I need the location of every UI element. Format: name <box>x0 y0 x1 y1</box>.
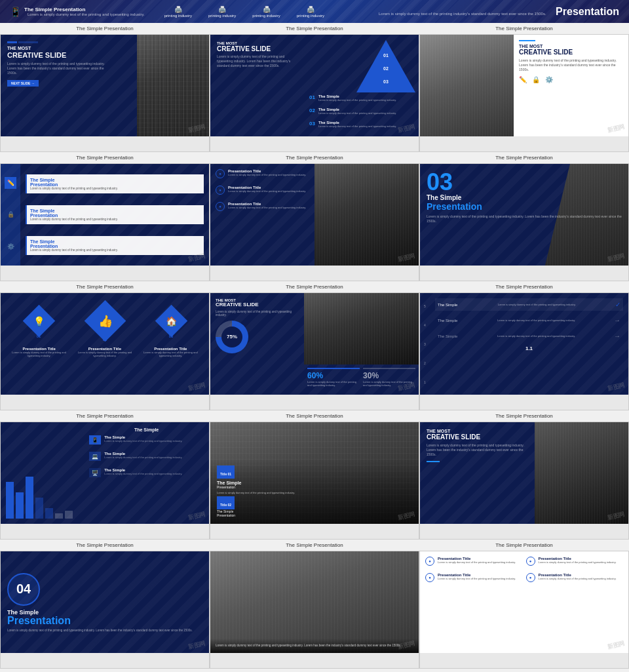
banner-icon-2: 🖨️ printing industry <box>208 6 236 18</box>
slide-4-label: The Simple Presentation <box>0 152 210 163</box>
donut-chart: 75% <box>216 321 248 353</box>
slide-7-wrapper: The Simple Presentation 💡 01 <box>0 281 210 410</box>
banner-icon-1: 🖨️ printing industry <box>164 6 192 18</box>
s15-item4: ● Presentation Title Lorem is simply dum… <box>526 573 624 582</box>
slide-8-label: The Simple Presentation <box>210 281 419 292</box>
slide-15-label: The Simple Presentation <box>419 540 629 551</box>
top-banner: 📱 The Simple Presentation Lorem is simpl… <box>0 0 629 23</box>
slide-2: THE MOST CREATIVE SLIDE Lorem is simply … <box>210 34 419 152</box>
slide-12-wrapper: The Simple Presentation THE MOST CREATIV… <box>419 410 629 540</box>
s5-item1: ● Presentation Title Lorem is simply dum… <box>216 169 309 178</box>
s4-title2: The Simple <box>30 208 200 213</box>
slide-14: Lorem is simply dummy text of the printi… <box>210 551 419 669</box>
s15-item1: ● Presentation Title Lorem is simply dum… <box>425 557 523 566</box>
slide3-the-most: THE MOST <box>519 44 623 49</box>
slide-10-label: The Simple Presentation <box>0 410 210 422</box>
slide-18-label: The Simple Presentation <box>419 669 629 672</box>
banner-icon-3: 🖨️ printing industry <box>252 6 280 18</box>
s15-item3: ● Presentation Title Lorem is simply dum… <box>425 573 523 582</box>
slide-11-label: The Simple Presentation <box>210 410 419 422</box>
s10-item2: 💻 The Simple Lorem is simply dummy text … <box>89 452 204 461</box>
slide-11-wrapper: The Simple Presentation Title 01 The Sim… <box>210 410 419 540</box>
slide-3-wrapper: The Simple Presentation THE MOST CREATIV… <box>419 23 629 152</box>
slide-7-label: The Simple Presentation <box>0 281 210 292</box>
slide1-building <box>137 35 209 136</box>
slide-14-wrapper: The Simple Presentation Lorem is simply … <box>210 540 419 669</box>
slide-13-wrapper: The Simple Presentation 04 The Simple Pr… <box>0 540 210 669</box>
slide-5-wrapper: The Simple Presentation ● Presentation T… <box>210 152 419 281</box>
slide2-lorem: Lorem is simply dummy text of the printi… <box>217 54 296 68</box>
slide-14-label: The Simple Presentation <box>210 540 419 551</box>
slide-16-wrapper: The Simple Presentation THE MOST CREATIV… <box>0 669 210 672</box>
slide-6: 03 The Simple Presentation Lorem is simp… <box>419 163 629 281</box>
slide-16-label: The Simple Presentation <box>0 669 210 672</box>
slide3-lorem: Lorem is simply dummy text of the printi… <box>519 58 623 72</box>
slide-1-label: The Simple Presentation <box>0 23 210 34</box>
slide-12-label: The Simple Presentation <box>419 410 629 422</box>
row-1: The Simple Presentation THE MOST CREATIV… <box>0 23 629 152</box>
slide6-the-simple: The Simple <box>427 194 622 201</box>
row-5: The Simple Presentation 04 The Simple Pr… <box>0 540 629 669</box>
step-item-1: 01 The Simple Lorem is simply dummy text… <box>309 94 415 102</box>
slide-9: 5 4 3 2 1 The Simple Lorem is simply dum… <box>419 292 629 410</box>
slide1-lorem: Lorem is simply dummy text of the printi… <box>7 62 109 75</box>
s10-item3: 🖥️ The Simple Lorem is simply dummy text… <box>89 468 204 477</box>
slide-3: THE MOST CREATIVE SLIDE Lorem is simply … <box>419 34 629 152</box>
slide-7: 💡 01 👍 02 🏠 <box>0 292 210 410</box>
row-6: The Simple Presentation THE MOST CREATIV… <box>0 669 629 672</box>
slide-13: 04 The Simple Presentation Lorem is simp… <box>0 551 210 669</box>
slide-9-label: The Simple Presentation <box>419 281 629 292</box>
slide6-presentation: Presentation <box>427 201 622 212</box>
slide-2-wrapper: The Simple Presentation THE MOST CREATIV… <box>210 23 419 152</box>
s5-item2: ● Presentation Title Lorem is simply dum… <box>216 186 309 195</box>
s4-title3: The Simple <box>30 239 200 244</box>
slide-17-wrapper: The Simple Presentation ● Presentation T… <box>210 669 419 672</box>
slide-5: ● Presentation Title Lorem is simply dum… <box>210 163 419 281</box>
banner-icon-4: 🖨️ printing industry <box>297 6 324 18</box>
slide-10: The Simple 📱 The Simple Lorem is simply … <box>0 422 210 540</box>
step-item-2: 02 The Simple Lorem is simply dummy text… <box>309 108 415 115</box>
slide-13-label: The Simple Presentation <box>0 540 210 551</box>
s10-item1: 📱 The Simple Lorem is simply dummy text … <box>89 435 204 445</box>
slide1-the-most: THE MOST <box>7 46 109 51</box>
s4-title1: The Simple <box>30 178 200 182</box>
slide-6-wrapper: The Simple Presentation 03 The Simple Pr… <box>419 152 629 281</box>
s15-item2: ● Presentation Title Lorem is simply dum… <box>526 557 624 566</box>
slide-17-label: The Simple Presentation <box>210 669 419 672</box>
slide-6-label: The Simple Presentation <box>419 152 629 163</box>
slide3-creative: CREATIVE SLIDE <box>519 49 623 56</box>
slide-11: Title 01 The Simple Presentation Lorem i… <box>210 422 419 540</box>
slide6-num: 03 <box>427 170 622 194</box>
row-2: The Simple Presentation ✏️ 🔒 ⚙️ The Simp… <box>0 152 629 281</box>
slide-8: THE MOST CREATIVE SLIDE Lorem is simply … <box>210 292 419 410</box>
slide-15-wrapper: The Simple Presentation ● Presentation T… <box>419 540 629 669</box>
banner-title: The Simple Presentation <box>24 7 145 12</box>
slide-3-label: The Simple Presentation <box>419 23 629 34</box>
banner-subtitle: Lorem is simply dummy text of the printi… <box>28 12 145 16</box>
slide2-creative: CREATIVE SLIDE <box>217 45 296 52</box>
slide-12: THE MOST CREATIVE SLIDE Lorem is simply … <box>419 422 629 540</box>
slide-4: ✏️ 🔒 ⚙️ The Simple Presentation Lorem is… <box>0 163 210 281</box>
next-slide-btn[interactable]: NEXT SLIDE → <box>7 80 39 87</box>
slide-8-wrapper: The Simple Presentation THE MOST CREATIV… <box>210 281 419 410</box>
slide-18-wrapper: The Simple Presentation Title 01 The Sim… <box>419 669 629 672</box>
slide-5-label: The Simple Presentation <box>210 152 419 163</box>
slide-1-wrapper: The Simple Presentation THE MOST CREATIV… <box>0 23 210 152</box>
banner-presentation: Presentation <box>556 6 619 17</box>
slide1-creative: CREATIVE SLIDE <box>7 51 109 59</box>
slide-9-wrapper: The Simple Presentation 5 4 3 2 1 The Si… <box>419 281 629 410</box>
slide-4-wrapper: The Simple Presentation ✏️ 🔒 ⚙️ The Simp… <box>0 152 210 281</box>
slide-2-label: The Simple Presentation <box>210 23 419 34</box>
row-4: The Simple Presentation <box>0 410 629 540</box>
slide-10-wrapper: The Simple Presentation <box>0 410 210 540</box>
slide-15: ● Presentation Title Lorem is simply dum… <box>419 551 629 669</box>
watermark-15: 新图网 <box>607 639 626 652</box>
slide-1: THE MOST CREATIVE SLIDE Lorem is simply … <box>0 34 210 152</box>
row-3: The Simple Presentation 💡 01 <box>0 281 629 410</box>
s5-item3: ● Presentation Title Lorem is simply dum… <box>216 202 309 211</box>
